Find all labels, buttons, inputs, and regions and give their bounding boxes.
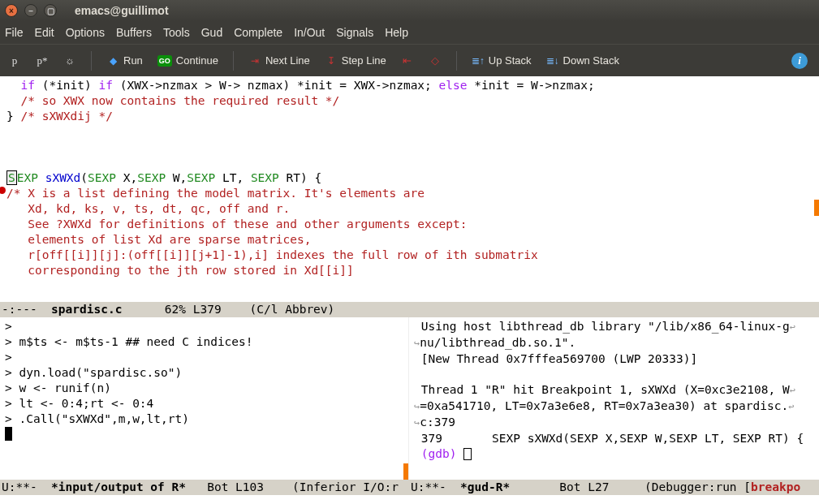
truncation-indicator — [814, 200, 819, 216]
menu-complete[interactable]: Complete — [234, 26, 282, 39]
menu-tools[interactable]: Tools — [163, 26, 190, 39]
menu-edit[interactable]: Edit — [35, 26, 54, 39]
gdb-cursor-icon — [463, 448, 472, 460]
menu-file[interactable]: File — [5, 26, 24, 39]
next-line-icon: ⇥ — [248, 54, 261, 67]
source-editor-pane[interactable]: if (*init) if (XWX->nzmax > W-> nzmax) *… — [0, 76, 819, 302]
gud-toolbar: p p* ☼ ◆ Run GO Continue ⇥ Next Line ↧ S… — [0, 44, 819, 76]
go-icon: GO — [157, 55, 172, 67]
up-stack-label: Up Stack — [489, 54, 532, 67]
continue-label: Continue — [176, 54, 218, 67]
run-icon: ◆ — [106, 54, 119, 67]
continue-button[interactable]: GO Continue — [157, 54, 218, 67]
down-stack-button[interactable]: ≣↓ Down Stack — [546, 54, 619, 67]
step-line-label: Step Line — [342, 54, 386, 67]
watch-icon[interactable]: ◇ — [429, 54, 442, 67]
up-stack-icon: ≣↑ — [472, 54, 485, 67]
maximize-window-button[interactable]: ▢ — [44, 4, 57, 17]
window-titlebar: × – ▢ emacs@guillimot — [0, 0, 819, 21]
gud-gdb-pane[interactable]: Using host libthread_db library "/lib/x8… — [409, 317, 819, 480]
minibuffer[interactable] — [0, 495, 819, 504]
truncation-indicator — [403, 463, 408, 480]
down-stack-label: Down Stack — [563, 54, 619, 67]
minimize-window-button[interactable]: – — [24, 4, 37, 17]
run-label: Run — [123, 54, 143, 67]
modeline-r-io[interactable]: U:**- *input/output of R* Bot L103 (Infe… — [0, 480, 409, 495]
toolbar-separator — [91, 51, 92, 71]
next-line-label: Next Line — [265, 54, 310, 67]
menu-inout[interactable]: In/Out — [294, 26, 325, 39]
close-window-button[interactable]: × — [5, 4, 18, 17]
up-stack-button[interactable]: ≣↑ Up Stack — [472, 54, 532, 67]
finish-icon[interactable]: ⇤ — [401, 54, 414, 67]
menu-buffers[interactable]: Buffers — [116, 26, 152, 39]
bottom-modelines: U:**- *input/output of R* Bot L103 (Infe… — [0, 480, 819, 495]
bp-icon[interactable]: p — [8, 54, 21, 67]
info-icon[interactable]: i — [791, 53, 808, 69]
r-io-pane[interactable]: > > m$ts <- m$ts-1 ## need C indices! > … — [0, 317, 409, 480]
run-button[interactable]: ◆ Run — [106, 54, 143, 67]
modeline-gud[interactable]: U:**- *gud-R* Bot L27 (Debugger:run [bre… — [409, 480, 819, 495]
lower-split: > > m$ts <- m$ts-1 ## need C indices! > … — [0, 317, 819, 480]
gdb-content[interactable]: Using host libthread_db library "/lib/x8… — [409, 317, 819, 480]
down-stack-icon: ≣↓ — [546, 54, 559, 67]
menu-options[interactable]: Options — [66, 26, 105, 39]
menu-gud[interactable]: Gud — [201, 26, 222, 39]
step-line-icon: ↧ — [325, 54, 338, 67]
bp-star-icon[interactable]: p* — [36, 54, 49, 67]
step-line-button[interactable]: ↧ Step Line — [325, 54, 386, 67]
next-line-button[interactable]: ⇥ Next Line — [248, 54, 310, 67]
toolbar-separator — [456, 51, 457, 71]
modeline-source[interactable]: -:--- spardisc.c 62% L379 (C/l Abbrev) — [0, 302, 819, 317]
window-title: emacs@guillimot — [75, 4, 169, 17]
menu-signals[interactable]: Signals — [336, 26, 373, 39]
toolbar-separator — [233, 51, 234, 71]
bug-icon[interactable]: ☼ — [63, 54, 76, 67]
menu-help[interactable]: Help — [385, 26, 408, 39]
r-io-content[interactable]: > > m$ts <- m$ts-1 ## need C indices! > … — [0, 317, 408, 480]
menu-bar: File Edit Options Buffers Tools Gud Comp… — [0, 21, 819, 44]
cursor-position: S — [6, 170, 17, 185]
cursor-icon — [5, 427, 12, 441]
